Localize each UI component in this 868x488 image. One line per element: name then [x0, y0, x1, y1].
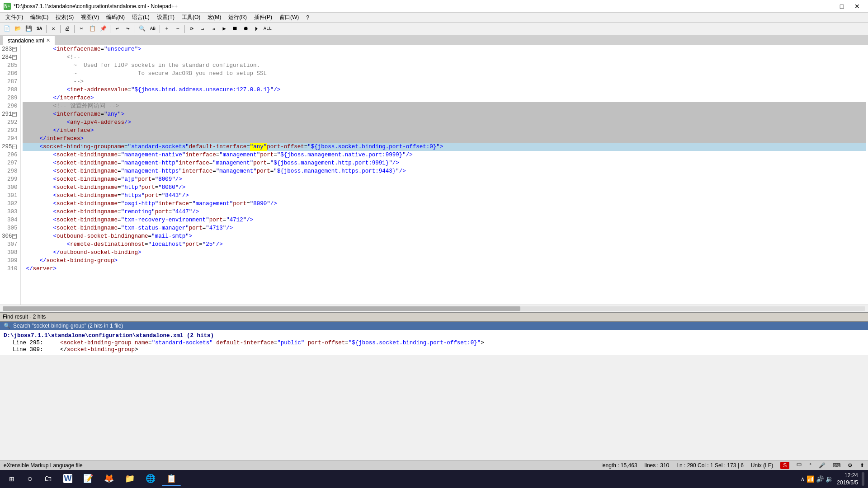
code-line-283[interactable]: <interface name="unsecure"> [23, 45, 866, 53]
code-container[interactable]: 283 − 284 − 285 286 287 288 289 290 291 … [0, 45, 868, 305]
code-area[interactable]: <interface name="unsecure"> <!-- ~ Used … [21, 45, 868, 305]
toolbar-sep-7 [184, 25, 185, 33]
menu-window[interactable]: 窗口(W) [276, 13, 302, 22]
record-all-button[interactable]: ALL [263, 24, 273, 34]
record-button[interactable]: ⏺ [241, 24, 251, 34]
search-button-taskbar[interactable]: ○ [22, 471, 38, 487]
menu-macro[interactable]: 宏(M) [204, 13, 225, 22]
menu-view[interactable]: 视图(V) [77, 13, 103, 22]
code-line-300[interactable]: <socket-binding name="http" port="8080"/… [23, 183, 866, 192]
run-button[interactable]: ▶ [219, 24, 229, 34]
show-desktop-button[interactable] [862, 472, 864, 486]
menu-settings[interactable]: 设置(T) [153, 13, 178, 22]
volume-icon[interactable]: 🔊 [816, 475, 824, 483]
line-num-307: 307 [2, 240, 18, 249]
code-line-295[interactable]: <socket-binding-group name="standard-soc… [23, 143, 866, 151]
code-line-293[interactable]: </interface> [23, 127, 866, 135]
menu-language[interactable]: 语言(L) [128, 13, 153, 22]
code-line-309[interactable]: </socket-binding-group> [23, 257, 866, 265]
fold-291[interactable]: − [12, 112, 17, 117]
wrap-button[interactable]: ↵ [198, 24, 208, 34]
taskbar-file-explorer[interactable]: 🗂 [40, 472, 57, 486]
replace-button[interactable]: AB [148, 24, 158, 34]
print-button[interactable]: 🖨 [62, 24, 72, 34]
undo-button[interactable]: ↩ [112, 24, 122, 34]
code-line-296[interactable]: <socket-binding name="management-native"… [23, 151, 866, 159]
taskbar-ie[interactable]: 🌐 [141, 472, 160, 486]
menu-search[interactable]: 搜索(S) [52, 13, 77, 22]
maximize-button[interactable]: □ [835, 1, 849, 11]
menu-help[interactable]: ? [302, 14, 313, 22]
code-line-292[interactable]: <any-ipv4-address/> [23, 118, 866, 127]
up-arrow-icon[interactable]: ∧ [801, 476, 805, 482]
code-line-307[interactable]: <remote-destination host="localhost" por… [23, 240, 866, 249]
code-line-290[interactable]: <!-- 设置外网访问 --> [23, 102, 866, 110]
code-line-301[interactable]: <socket-binding name="https" port="8443"… [23, 192, 866, 200]
save-all-button[interactable]: SA [34, 24, 44, 34]
fold-306[interactable]: − [12, 234, 17, 239]
code-line-306[interactable]: <outbound-socket-binding name="mail-smtp… [23, 232, 866, 240]
code-line-304[interactable]: <socket-binding name="txn-recovery-envir… [23, 216, 866, 224]
menu-plugins[interactable]: 插件(P) [250, 13, 276, 22]
paste-button[interactable]: 📌 [98, 24, 108, 34]
fold-284[interactable]: − [12, 55, 17, 60]
new-button[interactable]: 📄 [2, 24, 12, 34]
code-line-285[interactable]: ~ Used for IIOP sockets in the standard … [23, 61, 866, 70]
sync-button[interactable]: ⟳ [187, 24, 197, 34]
menu-edit[interactable]: 编辑(E) [27, 13, 52, 22]
code-line-288[interactable]: <inet-address value="${jboss.bind.addres… [23, 86, 866, 94]
minimize-button[interactable]: — [819, 1, 834, 11]
code-line-298[interactable]: <socket-binding name="management-https" … [23, 167, 866, 175]
line-num-283[interactable]: 283 − [2, 45, 18, 53]
tab-bar: standalone.xml ✕ [0, 35, 868, 45]
indent-button[interactable]: ⇥ [208, 24, 218, 34]
close-button[interactable]: ✕ [850, 1, 864, 11]
clock-display[interactable]: 12:24 2019/5/5 [837, 472, 858, 486]
taskbar-notepad[interactable]: 📋 [162, 472, 181, 486]
code-line-297[interactable]: <socket-binding name="management-http" i… [23, 159, 866, 167]
code-line-289[interactable]: </interface> [23, 94, 866, 102]
file-explorer-icon: 🗂 [44, 474, 52, 483]
taskbar-folder[interactable]: 📁 [120, 472, 139, 486]
line-num-306[interactable]: 306 − [2, 232, 18, 240]
line-num-284[interactable]: 284 − [2, 53, 18, 61]
code-line-287[interactable]: --> [23, 78, 866, 86]
code-line-308[interactable]: </outbound-socket-binding> [23, 249, 866, 257]
code-line-299[interactable]: <socket-binding name="ajp" port="8009"/> [23, 175, 866, 183]
menu-encoding[interactable]: 编码(N) [103, 13, 128, 22]
stop-button[interactable]: ⏹ [230, 24, 240, 34]
line-num-295[interactable]: 295 − [2, 143, 18, 151]
taskbar-firefox[interactable]: 🦊 [99, 472, 118, 486]
start-button[interactable]: ⊞ [4, 471, 20, 487]
menu-file[interactable]: 文件(F) [2, 13, 27, 22]
taskbar-word[interactable]: W [59, 472, 77, 486]
close-button[interactable]: ✕ [48, 24, 58, 34]
code-line-302[interactable]: <socket-binding name="osgi-http" interfa… [23, 200, 866, 208]
menu-run[interactable]: 运行(R) [225, 13, 250, 22]
taskbar-wps[interactable]: 📝 [79, 472, 98, 486]
zoom-in-button[interactable]: + [162, 24, 172, 34]
fold-295[interactable]: − [12, 145, 17, 149]
code-line-286[interactable]: ~ To secure JacORB you need to setup SSL [23, 70, 866, 78]
menu-tools[interactable]: 工具(O) [178, 13, 204, 22]
tab-standalone-xml[interactable]: standalone.xml ✕ [3, 36, 55, 45]
horizontal-scrollbar[interactable] [0, 305, 868, 312]
redo-button[interactable]: ↪ [123, 24, 133, 34]
line-num-291[interactable]: 291 − [2, 110, 18, 118]
code-line-310[interactable]: </server> [23, 265, 866, 273]
playback-button[interactable]: ⏵ [252, 24, 262, 34]
code-line-294[interactable]: </interfaces> [23, 135, 866, 143]
code-line-284[interactable]: <!-- [23, 53, 866, 61]
find-button[interactable]: 🔍 [137, 24, 147, 34]
fold-283[interactable]: − [12, 47, 17, 52]
code-line-303[interactable]: <socket-binding name="remoting" port="44… [23, 208, 866, 216]
copy-button[interactable]: 📋 [87, 24, 97, 34]
line-num-288: 288 [2, 86, 18, 94]
cut-button[interactable]: ✂ [76, 24, 86, 34]
open-button[interactable]: 📂 [13, 24, 23, 34]
code-line-291[interactable]: <interface name="any"> [23, 110, 866, 118]
code-line-305[interactable]: <socket-binding name="txn-status-manager… [23, 224, 866, 232]
tab-close-icon[interactable]: ✕ [46, 38, 50, 43]
save-button[interactable]: 💾 [24, 24, 33, 34]
zoom-out-button[interactable]: − [173, 24, 183, 34]
